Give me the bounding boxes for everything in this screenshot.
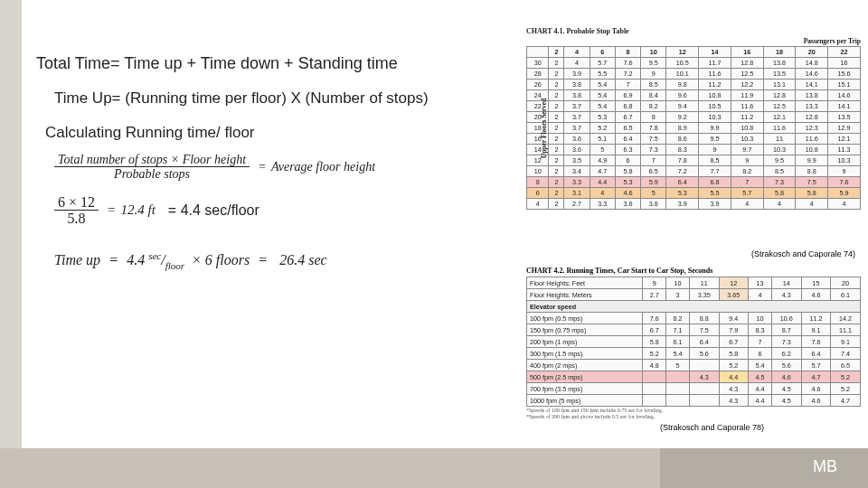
chart2-note1: *Speeds of 100 fpm and 150 fpm include 0… bbox=[526, 408, 861, 413]
table-row: 1623.65.16.47.58.69.510.31111.612.1 bbox=[527, 134, 861, 145]
f3-unit-den: floor bbox=[165, 259, 184, 270]
chart1-table: 24681012141618202230245.77.69.510.511.71… bbox=[526, 46, 861, 210]
table-row: 700 fpm (3.5 mps)4.34.44.54.65.2 bbox=[527, 383, 861, 395]
f3-unit-num: sec bbox=[148, 250, 161, 261]
table-row: 2423.85.46.98.49.610.811.912.813.814.6 bbox=[527, 90, 861, 101]
table-row: 500 fpm (2.5 mps)4.34.44.54.64.75.2 bbox=[527, 371, 861, 383]
f3-rhs: 26.4 sec bbox=[279, 252, 326, 267]
equals: = bbox=[259, 160, 266, 174]
f3-times: × 6 floors bbox=[192, 252, 250, 267]
table-row: 823.34.45.35.96.46.877.37.57.6 bbox=[527, 177, 861, 188]
table-row: 300 fpm (1.5 mps)5.25.45.65.866.26.47.4 bbox=[527, 348, 861, 360]
chart1-ylabel: Upper Floors Served bbox=[540, 98, 548, 158]
equals: = bbox=[108, 202, 115, 218]
table-row: 2623.85.478.59.811.212.213.114.115.1 bbox=[527, 80, 861, 90]
credit-chart2: (Strakosch and Caporale 78) bbox=[660, 423, 764, 432]
f3-val: 4.4 bbox=[127, 252, 145, 267]
table-row: 1023.44.75.86.57.27.78.28.58.89 bbox=[527, 166, 861, 177]
table-row: 2023.75.36.789.210.311.212.112.813.5 bbox=[527, 112, 861, 123]
heading-time-up: Time Up= (Running time per floor) X (Num… bbox=[54, 89, 506, 108]
table-row: 150 fpm (0.75 mps)6.77.17.57.98.38.79.11… bbox=[527, 324, 861, 336]
chart-running-times: CHART 4.2. Running Times, Car Start to C… bbox=[526, 267, 861, 419]
formula2-mid: 12.4 ft bbox=[121, 202, 156, 218]
formula2-rhs: = 4.4 sec/floor bbox=[168, 202, 259, 219]
f3-lhs: Time up bbox=[54, 252, 100, 267]
table-row: 2823.95.57.2910.111.612.513.514.615.6 bbox=[527, 69, 861, 80]
formula-numeric: 6 × 12 5.8 = 12.4 ft = 4.4 sec/floor bbox=[54, 194, 506, 227]
formula-avg-height: Total number of stops × Floor height Pro… bbox=[54, 153, 506, 182]
formula-time-up: Time up = 4.4 sec/floor × 6 floors = 26.… bbox=[54, 250, 506, 271]
chart2-table: Floor Heights: Feet910111213141520Floor … bbox=[526, 277, 861, 407]
table-row: 30245.77.69.510.511.712.813.814.816 bbox=[527, 58, 861, 69]
left-sidebar bbox=[0, 0, 22, 488]
equals: = bbox=[109, 252, 118, 267]
formula1-rhs: Average floor height bbox=[271, 160, 375, 174]
table-row: 1823.75.26.57.88.99.910.811.612.312.9 bbox=[527, 123, 861, 134]
table-row: 623.144.655.35.55.75.85.85.9 bbox=[527, 188, 861, 199]
formula1-numerator: Total number of stops × Floor height bbox=[54, 153, 250, 167]
table-row: 100 fpm (0.5 mps)7.68.28.89.41010.611.21… bbox=[527, 313, 861, 324]
chart1-title: CHART 4.1. Probable Stop Table bbox=[526, 27, 861, 35]
chart2-title: CHART 4.2. Running Times, Car Start to C… bbox=[526, 267, 861, 275]
heading-calc: Calculating Running time/ floor bbox=[45, 124, 506, 142]
footer-bar: MB bbox=[0, 448, 868, 488]
table-row: 200 fpm (1 mps)5.86.16.46.777.37.69.1 bbox=[527, 336, 861, 348]
chart2-note2: *Speeds of 200 fpm and above include 0.5… bbox=[526, 414, 861, 419]
table-row: 1000 fpm (5 mps)4.34.44.54.64.7 bbox=[527, 395, 861, 407]
formula2-numerator: 6 × 12 bbox=[54, 194, 99, 211]
formula2-denominator: 5.8 bbox=[64, 211, 90, 227]
chart1-xlabel: Passengers per Trip bbox=[526, 37, 861, 45]
table-row: 422.73.33.63.83.93.94444 bbox=[527, 199, 861, 210]
table-row: 400 fpm (2 mps)4.855.25.45.65.76.5 bbox=[527, 360, 861, 371]
table-row: 1223.54.9677.88.599.59.910.3 bbox=[527, 155, 861, 166]
footer-initials: MB bbox=[813, 457, 837, 476]
table-row: 2223.75.46.88.29.410.511.612.513.314.1 bbox=[527, 101, 861, 112]
table-row: 1423.656.37.38.399.710.310.811.3 bbox=[527, 145, 861, 155]
heading-total-time: Total Time= Time up + Time down + Standi… bbox=[36, 54, 506, 73]
credit-chart1: (Strakosch and Caporale 74) bbox=[751, 249, 855, 258]
footer-shade bbox=[0, 448, 660, 488]
chart-probable-stop: CHART 4.1. Probable Stop Table Passenger… bbox=[526, 27, 861, 210]
formula1-denominator: Probable stops bbox=[110, 167, 193, 181]
slide-body: Total Time= Time up + Time down + Standi… bbox=[36, 54, 506, 270]
